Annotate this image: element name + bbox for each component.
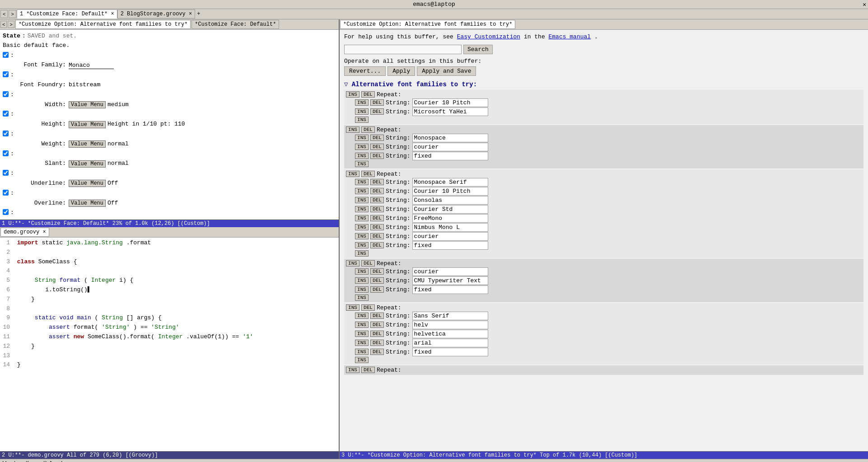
height-value-menu[interactable]: Value Menu: [69, 121, 106, 128]
weight-checkbox[interactable]: [3, 131, 9, 136]
del-str-3-2[interactable]: DEL: [370, 188, 384, 194]
tab-blogstorage[interactable]: 2 BlogStorage.groovy ×: [117, 9, 195, 19]
del-str-1-1[interactable]: DEL: [370, 99, 384, 106]
del-str-3-8[interactable]: DEL: [370, 242, 384, 248]
overline-checkbox[interactable]: [3, 190, 9, 196]
ins-str-3-5[interactable]: INS: [355, 215, 369, 221]
width-value-menu[interactable]: Value Menu: [69, 101, 106, 108]
string-input-1-2[interactable]: [412, 107, 488, 116]
string-input-5-4[interactable]: [412, 339, 488, 347]
string-input-1-1[interactable]: [412, 98, 488, 107]
revert-button[interactable]: Revert...: [344, 66, 386, 76]
ins-str-1-2[interactable]: INS: [355, 108, 369, 115]
ins-str-3-8[interactable]: INS: [355, 242, 369, 248]
close-button[interactable]: ✕: [863, 1, 866, 8]
string-input-3-6[interactable]: [412, 223, 488, 232]
del-str-2-3[interactable]: DEL: [370, 153, 384, 159]
easy-customization-link[interactable]: Easy Customization: [457, 33, 520, 40]
ins-str-3-2[interactable]: INS: [355, 188, 369, 194]
del-str-3-5[interactable]: DEL: [370, 215, 384, 221]
sub-tab-customize-face[interactable]: *Customize Face: Default*: [191, 20, 279, 29]
ins-str-2-3[interactable]: INS: [355, 153, 369, 159]
ins-button-3[interactable]: INS: [346, 171, 359, 177]
search-input[interactable]: [344, 45, 462, 54]
code-tab-demo[interactable]: demo.groovy ×: [0, 228, 49, 237]
del-str-5-3[interactable]: DEL: [370, 331, 384, 337]
ins-button-1[interactable]: INS: [346, 91, 359, 98]
string-input-3-3[interactable]: [412, 196, 488, 205]
del-button-1[interactable]: DEL: [361, 91, 375, 98]
del-str-4-1[interactable]: DEL: [370, 268, 384, 275]
height-checkbox[interactable]: [3, 111, 9, 117]
ins-only-1[interactable]: INS: [355, 117, 369, 123]
string-input-3-8[interactable]: [412, 241, 488, 250]
ins-str-3-1[interactable]: INS: [355, 179, 369, 185]
font-foundry-checkbox[interactable]: [3, 71, 9, 77]
apply-button[interactable]: Apply: [387, 66, 415, 76]
ins-str-1-1[interactable]: INS: [355, 99, 369, 106]
ins-str-5-1[interactable]: INS: [355, 313, 369, 319]
string-input-2-3[interactable]: [412, 152, 488, 160]
string-input-5-2[interactable]: [412, 321, 488, 329]
search-button[interactable]: Search: [463, 45, 493, 54]
ins-button-4[interactable]: INS: [346, 260, 359, 266]
ins-str-2-2[interactable]: INS: [355, 144, 369, 150]
ins-button-2[interactable]: INS: [346, 126, 359, 133]
ins-str-5-3[interactable]: INS: [355, 331, 369, 337]
ins-str-3-7[interactable]: INS: [355, 233, 369, 239]
sub-tab-prev[interactable]: <: [0, 21, 7, 28]
string-input-3-7[interactable]: [412, 232, 488, 241]
weight-value-menu[interactable]: Value Menu: [69, 140, 106, 148]
string-input-5-5[interactable]: [412, 348, 488, 356]
underline-value-menu[interactable]: Value Menu: [69, 180, 106, 187]
overline-value-menu[interactable]: Value Menu: [69, 200, 106, 207]
apply-and-save-button[interactable]: Apply and Save: [417, 66, 476, 76]
tab-next-button[interactable]: >: [9, 10, 16, 18]
underline-checkbox[interactable]: [3, 170, 9, 176]
del-str-3-6[interactable]: DEL: [370, 224, 384, 230]
del-button-6[interactable]: DEL: [361, 367, 375, 373]
string-input-5-3[interactable]: [412, 330, 488, 338]
string-input-4-2[interactable]: [412, 276, 488, 285]
sub-tab-customize-option[interactable]: *Customize Option: Alternative font fami…: [15, 20, 191, 29]
string-input-4-3[interactable]: [412, 285, 488, 294]
ins-str-4-2[interactable]: INS: [355, 277, 369, 284]
del-str-2-1[interactable]: DEL: [370, 135, 384, 141]
string-input-2-2[interactable]: [412, 143, 488, 151]
ins-str-3-6[interactable]: INS: [355, 224, 369, 230]
del-button-5[interactable]: DEL: [361, 304, 375, 311]
string-input-3-4[interactable]: [412, 205, 488, 214]
del-str-3-3[interactable]: DEL: [370, 197, 384, 203]
string-input-3-1[interactable]: [412, 178, 488, 187]
right-sub-tab-customize-option[interactable]: *Customize Option: Alternative font fami…: [340, 20, 515, 29]
del-str-3-1[interactable]: DEL: [370, 179, 384, 185]
ins-str-3-4[interactable]: INS: [355, 206, 369, 212]
string-input-3-5[interactable]: [412, 214, 488, 223]
font-family-input[interactable]: [69, 62, 114, 69]
ins-str-5-4[interactable]: INS: [355, 340, 369, 346]
ins-only-2[interactable]: INS: [355, 161, 369, 167]
string-input-4-1[interactable]: [412, 267, 488, 276]
del-button-3[interactable]: DEL: [361, 171, 375, 177]
del-str-3-4[interactable]: DEL: [370, 206, 384, 212]
slant-value-menu[interactable]: Value Menu: [69, 160, 106, 168]
ins-only-5[interactable]: INS: [355, 357, 369, 363]
string-input-3-2[interactable]: [412, 187, 488, 196]
width-checkbox[interactable]: [3, 91, 9, 97]
tab-customize-face[interactable]: 1 *Customize Face: Default* ×: [17, 9, 117, 19]
ins-str-4-3[interactable]: INS: [355, 286, 369, 293]
del-str-4-2[interactable]: DEL: [370, 277, 384, 284]
del-str-5-4[interactable]: DEL: [370, 340, 384, 346]
del-str-5-5[interactable]: DEL: [370, 349, 384, 355]
tab-plus[interactable]: +: [195, 10, 202, 18]
slant-checkbox[interactable]: [3, 150, 9, 156]
string-input-5-1[interactable]: [412, 312, 488, 320]
font-family-checkbox[interactable]: [3, 52, 9, 58]
sub-tab-next[interactable]: >: [8, 21, 14, 28]
string-input-2-1[interactable]: [412, 134, 488, 142]
del-str-5-2[interactable]: DEL: [370, 322, 384, 328]
emacs-manual-link[interactable]: Emacs manual: [549, 33, 591, 40]
tab-prev-button[interactable]: <: [0, 10, 8, 18]
del-button-4[interactable]: DEL: [361, 260, 375, 266]
ins-str-3-3[interactable]: INS: [355, 197, 369, 203]
